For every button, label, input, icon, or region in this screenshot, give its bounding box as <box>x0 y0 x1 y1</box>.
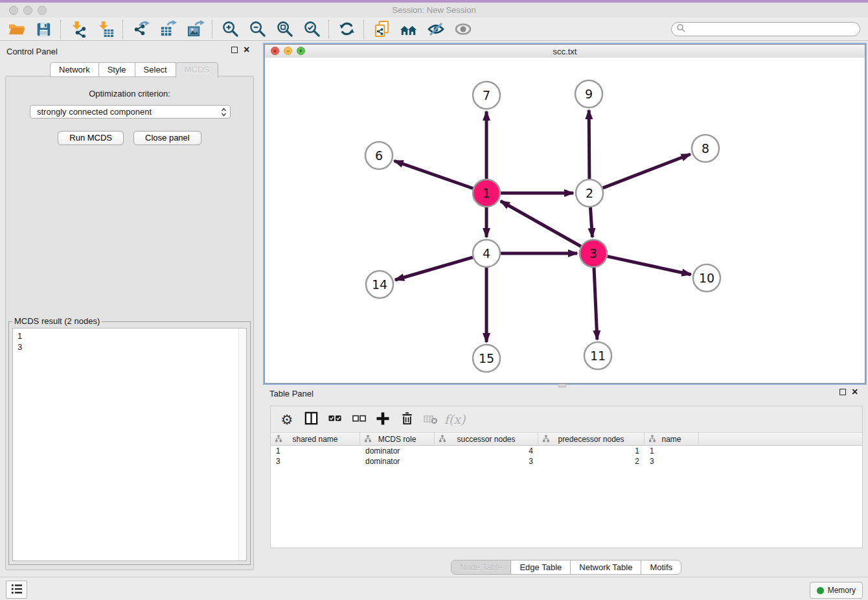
tab-style[interactable]: Style <box>98 62 135 77</box>
graph-edge-2-3[interactable] <box>590 207 592 237</box>
zoom-selected-button[interactable] <box>298 19 325 40</box>
export-network-button[interactable] <box>127 19 154 40</box>
graph-node-label: 7 <box>483 88 490 102</box>
cell-shared-name[interactable]: 1 <box>271 446 360 456</box>
function-builder-button[interactable]: f(x) <box>445 410 464 429</box>
column-header-shared-name[interactable]: shared name <box>271 433 360 445</box>
cell-predecessor-nodes[interactable]: 1 <box>538 446 645 456</box>
open-session-button[interactable] <box>3 19 30 40</box>
tab-node-table[interactable]: Node Table <box>451 560 512 575</box>
panel-menu-button[interactable] <box>6 581 27 599</box>
clone-network-button[interactable] <box>368 19 395 40</box>
table-tabs: Node TableEdge TableNetwork TableMotifs <box>264 560 868 575</box>
tree-sort-icon <box>364 435 372 445</box>
graph-edge-1-6[interactable] <box>394 161 474 188</box>
graph-node-label: 14 <box>372 277 387 292</box>
cell-name[interactable]: 3 <box>645 456 699 467</box>
delete-column-button[interactable] <box>397 410 417 429</box>
mcds-result-text[interactable]: 1 3 <box>13 329 238 560</box>
select-all-button[interactable] <box>325 410 345 429</box>
mcds-result-title: MCDS result (2 nodes) <box>12 316 102 326</box>
toolbar-separator <box>363 20 365 38</box>
column-header-name[interactable]: name <box>645 433 699 445</box>
graph-edge-4-14[interactable] <box>395 257 473 280</box>
splitter-handle[interactable] <box>558 384 566 387</box>
hide-selected-button[interactable] <box>422 19 450 40</box>
tab-select[interactable]: Select <box>135 62 176 77</box>
memory-button[interactable]: Memory <box>810 582 863 599</box>
graph-node-label: 1 <box>483 186 490 200</box>
network-window-titlebar[interactable]: × − + scc.txt <box>265 45 865 58</box>
control-panel-tabs: NetworkStyleSelectMCDS <box>50 62 218 78</box>
run-mcds-button[interactable]: Run MCDS <box>58 131 124 145</box>
result-scrollbar[interactable] <box>238 329 246 560</box>
close-panel-icon[interactable]: × <box>244 47 249 53</box>
copy-network-icon <box>373 20 391 38</box>
delete-table-button[interactable] <box>421 410 440 429</box>
create-column-button[interactable] <box>373 410 393 429</box>
export-network-icon <box>132 20 150 38</box>
close-panel-icon[interactable]: × <box>852 389 858 395</box>
zoom-in-icon <box>222 20 239 38</box>
save-session-button[interactable] <box>30 19 57 40</box>
export-image-button[interactable] <box>181 19 209 40</box>
zoom-out-button[interactable] <box>244 19 271 40</box>
search-input[interactable] <box>685 24 860 34</box>
mcds-result-area[interactable]: 1 3 <box>12 328 247 561</box>
graph-edge-3-10[interactable] <box>607 257 691 275</box>
select-stepper-icon <box>221 107 227 117</box>
cell-name[interactable]: 1 <box>645 446 699 456</box>
float-panel-icon[interactable] <box>839 389 846 395</box>
mcds-panel: Optimization criterion: strongly connect… <box>5 76 254 570</box>
column-header-successor-nodes[interactable]: successor nodes <box>435 433 538 445</box>
show-all-button[interactable] <box>450 19 477 40</box>
column-visibility-button[interactable] <box>301 410 321 429</box>
main-toolbar <box>0 17 868 41</box>
graph-edge-3-11[interactable] <box>594 268 597 340</box>
graph-svg[interactable]: 7968124314101511 <box>265 58 865 383</box>
import-table-button[interactable] <box>92 19 119 40</box>
tab-network-table[interactable]: Network Table <box>570 560 641 575</box>
export-table-button[interactable] <box>154 19 181 40</box>
cell-mcds-role[interactable]: dominator <box>360 446 435 456</box>
tab-network[interactable]: Network <box>50 62 99 77</box>
graph-edge-3-1[interactable] <box>501 201 581 246</box>
tab-mcds[interactable]: MCDS <box>176 62 218 78</box>
node-table: ⚙ f(x) shared nameMCDS rolesuccessor nod… <box>270 406 863 548</box>
table-settings-button[interactable]: ⚙ <box>277 410 297 429</box>
search-box[interactable] <box>671 22 860 36</box>
optimization-label: Optimization criterion: <box>6 89 253 98</box>
zoom-in-button[interactable] <box>216 19 244 40</box>
import-network-button[interactable] <box>65 19 92 40</box>
cell-predecessor-nodes[interactable]: 2 <box>538 456 645 467</box>
networks-home-button[interactable] <box>395 19 422 40</box>
graph-edge-2-8[interactable] <box>603 154 691 188</box>
cell-shared-name[interactable]: 3 <box>271 456 360 467</box>
cell-successor-nodes[interactable]: 4 <box>435 446 538 456</box>
network-canvas[interactable]: 7968124314101511 <box>265 58 865 383</box>
column-label: shared name <box>292 435 337 444</box>
table-panel-buttons: × <box>839 389 858 395</box>
refresh-layout-button[interactable] <box>333 19 360 40</box>
mcds-buttons: Run MCDS Close panel <box>6 131 253 145</box>
deselect-all-button[interactable] <box>349 410 369 429</box>
graph-node-label: 8 <box>702 141 709 156</box>
gear-icon: ⚙ <box>281 413 293 426</box>
delete-table-icon <box>423 411 439 428</box>
tab-edge-table[interactable]: Edge Table <box>510 560 571 575</box>
column-header-predecessor-nodes[interactable]: predecessor nodes <box>538 433 645 445</box>
criterion-select[interactable]: strongly connected component <box>30 105 231 119</box>
column-header-mcds-role[interactable]: MCDS role <box>360 433 435 445</box>
float-panel-icon[interactable] <box>231 47 238 53</box>
graph-node-label: 2 <box>586 186 593 200</box>
close-panel-button[interactable]: Close panel <box>133 131 201 145</box>
empty-boxes-icon <box>352 411 367 428</box>
control-panel-title: Control Panel <box>6 47 58 56</box>
cell-mcds-role[interactable]: dominator <box>360 456 435 467</box>
graph-edge-2-9[interactable] <box>589 110 589 179</box>
tab-motifs[interactable]: Motifs <box>641 560 681 575</box>
graph-node-label: 4 <box>483 246 490 260</box>
list-icon <box>10 582 24 598</box>
zoom-fit-button[interactable] <box>271 19 298 40</box>
cell-successor-nodes[interactable]: 3 <box>435 456 538 467</box>
